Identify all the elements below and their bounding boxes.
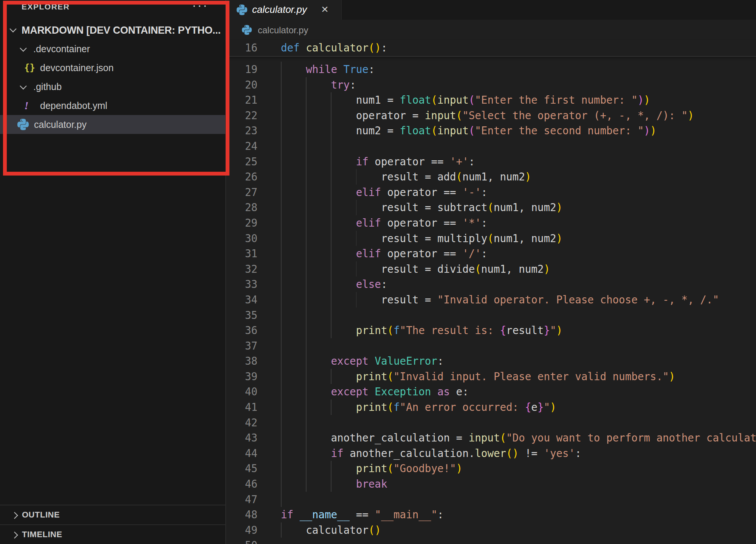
tree-item-label: calculator.py <box>34 119 87 130</box>
line-number: 43 <box>226 430 281 446</box>
indent-guide <box>306 138 307 154</box>
tree-item-devcontainer-json[interactable]: {}devcontainer.json <box>0 58 225 77</box>
code-line-46[interactable]: 46 break <box>226 476 756 492</box>
code-text: print(f"The result is: {result}") <box>281 323 562 338</box>
tree-item--devcontainer[interactable]: .devcontainer <box>0 39 225 58</box>
chevron-down-icon <box>20 45 26 51</box>
code-line-19[interactable]: 19 while True: <box>226 62 756 77</box>
line-number: 37 <box>226 338 281 354</box>
code-line-25[interactable]: 25 if operator == '+': <box>226 154 756 169</box>
code-line-26[interactable]: 26 result = add(num1, num2) <box>226 169 756 185</box>
code-text: except ValueError: <box>281 353 444 369</box>
python-icon <box>17 119 29 130</box>
tab-title: calculator.py <box>252 4 307 16</box>
chevron-right-icon <box>11 512 18 519</box>
code-line-23[interactable]: 23 num2 = float(input("Enter the second … <box>226 123 756 138</box>
line-number: 28 <box>226 200 281 215</box>
code-area[interactable]: 19 while True:20 try:21 num1 = float(inp… <box>226 62 756 544</box>
line-number: 23 <box>226 123 281 138</box>
code-line-20[interactable]: 20 try: <box>226 77 756 93</box>
code-text: def calculator(): <box>281 40 387 55</box>
indent-guide <box>281 308 282 323</box>
tab-bar: calculator.py × <box>226 0 756 20</box>
code-line-50[interactable]: 50 <box>226 538 756 544</box>
code-line-30[interactable]: 30 result = multiply(num1, num2) <box>226 231 756 246</box>
line-number: 24 <box>226 138 281 154</box>
workspace-root-item[interactable]: MARKDOWN [DEV CONTAINER: PYTHO... <box>0 21 225 39</box>
code-line-44[interactable]: 44 if another_calculation.lower() != 'ye… <box>226 446 756 461</box>
code-text: print("Invalid input. Please enter valid… <box>281 369 675 384</box>
code-line-36[interactable]: 36 print(f"The result is: {result}") <box>226 323 756 338</box>
code-line-42[interactable]: 42 <box>226 415 756 431</box>
line-number: 41 <box>226 399 281 415</box>
sidebar-section-outline[interactable]: OUTLINE <box>0 505 225 524</box>
code-text: num1 = float(input("Enter the first numb… <box>281 92 650 108</box>
code-line-33[interactable]: 33 else: <box>226 277 756 292</box>
code-text: print("Goodbye!") <box>281 461 462 476</box>
code-line-35[interactable]: 35 <box>226 308 756 323</box>
line-number: 21 <box>226 92 281 108</box>
line-number: 25 <box>226 154 281 169</box>
code-text: elif operator == '-': <box>281 185 487 200</box>
code-text: another_calculation = input("Do you want… <box>281 430 756 446</box>
code-line-28[interactable]: 28 result = subtract(num1, num2) <box>226 200 756 215</box>
exclamation-icon: ! <box>24 99 29 112</box>
code-line-38[interactable]: 38 except ValueError: <box>226 353 756 369</box>
code-text: num2 = float(input("Enter the second num… <box>281 123 656 138</box>
code-line-39[interactable]: 39 print("Invalid input. Please enter va… <box>226 369 756 384</box>
line-number: 30 <box>226 231 281 246</box>
code-line-24[interactable]: 24 <box>226 138 756 154</box>
line-number: 26 <box>226 169 281 185</box>
tree-item-dependabot-yml[interactable]: !dependabot.yml <box>0 96 225 115</box>
code-line-32[interactable]: 32 result = divide(num1, num2) <box>226 261 756 277</box>
code-line-41[interactable]: 41 print(f"An error occurred: {e}") <box>226 399 756 415</box>
file-tree: .devcontainer{}devcontainer.json.github!… <box>0 39 225 134</box>
code-line-40[interactable]: 40 except Exception as e: <box>226 384 756 399</box>
explorer-sidebar: EXPLORER ··· MARKDOWN [DEV CONTAINER: PY… <box>0 0 226 544</box>
code-text: elif operator == '*': <box>281 215 487 231</box>
tree-item-label: .devcontainer <box>33 44 90 54</box>
line-number: 50 <box>226 538 281 544</box>
code-line-37[interactable]: 37 <box>226 338 756 354</box>
code-line-43[interactable]: 43 another_calculation = input("Do you w… <box>226 430 756 446</box>
code-line-47[interactable]: 47 <box>226 492 756 507</box>
line-number: 42 <box>226 415 281 431</box>
code-line-34[interactable]: 34 result = "Invalid operator. Please ch… <box>226 292 756 308</box>
code-line-49[interactable]: 49 calculator() <box>226 522 756 538</box>
code-text: break <box>281 476 387 492</box>
json-icon: {} <box>24 62 35 73</box>
indent-guide <box>281 338 282 354</box>
line-number: 35 <box>226 308 281 323</box>
sidebar-section-timeline[interactable]: TIMELINE <box>0 524 225 544</box>
timeline-label: TIMELINE <box>22 530 62 539</box>
tree-item--github[interactable]: .github <box>0 77 225 96</box>
indent-guide <box>306 415 307 431</box>
tab-calculator-py[interactable]: calculator.py × <box>226 0 342 20</box>
editor-group: calculator.py × calculator.py 16def calc… <box>226 0 756 544</box>
breadcrumb-file: calculator.py <box>258 25 308 36</box>
code-line-21[interactable]: 21 num1 = float(input("Enter the first n… <box>226 92 756 108</box>
code-line-48[interactable]: 48if __name__ == "__main__": <box>226 507 756 522</box>
code-line-22[interactable]: 22 operator = input("Select the operator… <box>226 108 756 123</box>
indent-guide <box>306 338 307 354</box>
code-text: result = divide(num1, num2) <box>281 261 550 277</box>
tree-item-label: devcontainer.json <box>40 62 114 73</box>
code-text: result = multiply(num1, num2) <box>281 231 562 246</box>
line-number: 44 <box>226 446 281 461</box>
python-icon <box>242 25 252 35</box>
code-line-45[interactable]: 45 print("Goodbye!") <box>226 461 756 476</box>
line-number: 33 <box>226 277 281 292</box>
code-text: operator = input("Select the operator (+… <box>281 108 694 123</box>
code-text: elif operator == '/': <box>281 246 487 261</box>
code-line-31[interactable]: 31 elif operator == '/': <box>226 246 756 261</box>
indent-guide <box>281 492 282 507</box>
close-icon[interactable]: × <box>321 2 328 16</box>
more-actions-icon[interactable]: ··· <box>192 0 208 12</box>
tree-item-calculator-py[interactable]: calculator.py <box>0 115 225 134</box>
line-number: 16 <box>226 40 281 56</box>
sticky-scroll-line[interactable]: 16def calculator(): <box>226 40 756 57</box>
line-number: 39 <box>226 369 281 384</box>
breadcrumb[interactable]: calculator.py <box>226 20 756 40</box>
code-line-29[interactable]: 29 elif operator == '*': <box>226 215 756 231</box>
code-line-27[interactable]: 27 elif operator == '-': <box>226 185 756 200</box>
